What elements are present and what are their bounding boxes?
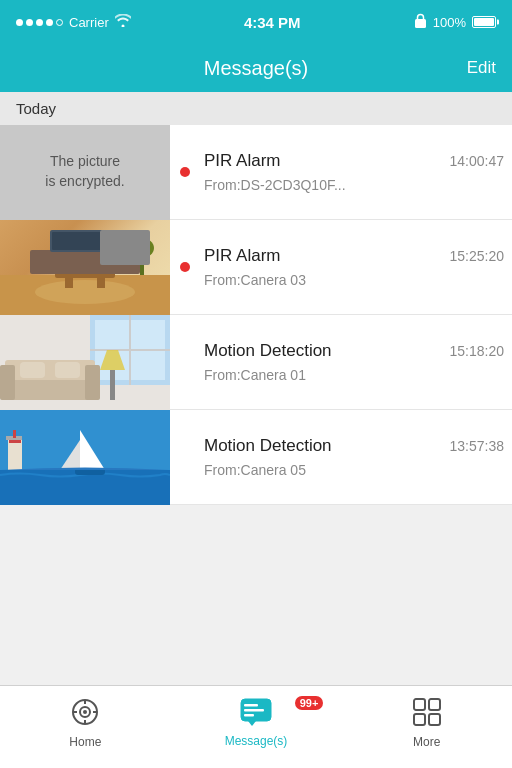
signal-dot-2 [26,19,33,26]
nav-bar: Message(s) Edit [0,44,512,92]
signal-dots [16,19,63,26]
message-source: From:Canera 05 [204,462,504,478]
message-header: Motion Detection 15:18:20 [204,341,504,361]
svg-rect-29 [8,440,22,470]
svg-rect-9 [140,250,144,275]
thumbnail-encrypted: The pictureis encrypted. [0,125,170,220]
message-time: 15:25:20 [450,248,505,264]
battery-fill [474,18,494,26]
svg-rect-21 [20,362,45,378]
encrypted-label: The pictureis encrypted. [0,125,170,220]
thumbnail-living [0,220,170,315]
home-camera-icon [70,697,100,731]
svg-rect-50 [429,699,440,710]
status-left: Carrier [16,14,131,30]
tab-more[interactable]: More [341,697,512,757]
thumbnail-indoor [0,315,170,410]
table-row[interactable]: Motion Detection 13:57:38 From:Canera 05 [0,410,512,505]
table-row[interactable]: The pictureis encrypted. PIR Alarm 14:00… [0,125,512,220]
signal-dot-3 [36,19,43,26]
svg-rect-25 [110,370,115,400]
svg-rect-8 [52,232,118,250]
svg-rect-5 [97,278,105,288]
svg-point-2 [35,280,135,304]
message-type: Motion Detection [204,341,332,361]
table-row[interactable]: PIR Alarm 15:25:20 From:Canera 03 [0,220,512,315]
svg-rect-32 [13,430,16,438]
page-title: Message(s) [204,57,308,80]
section-header: Today [0,92,512,125]
tab-bar: Home 99+ Message(s) More [0,685,512,768]
carrier-label: Carrier [69,15,109,30]
tab-messages-label: Message(s) [225,734,288,748]
thumb-image [0,220,170,315]
message-content: Motion Detection 15:18:20 From:Canera 01 [200,341,512,383]
svg-point-11 [130,237,146,251]
svg-rect-20 [85,365,100,400]
signal-dot-1 [16,19,23,26]
lock-icon [414,13,427,31]
empty-area [0,505,512,688]
svg-rect-19 [0,365,15,400]
signal-dot-4 [46,19,53,26]
table-row[interactable]: Motion Detection 15:18:20 From:Canera 01 [0,315,512,410]
tab-messages[interactable]: 99+ Message(s) [171,698,342,756]
message-time: 14:00:47 [450,153,505,169]
svg-rect-47 [244,714,254,717]
unread-dot [180,167,190,177]
message-content: PIR Alarm 14:00:47 From:DS-2CD3Q10F... [200,151,512,193]
message-header: Motion Detection 13:57:38 [204,436,504,456]
status-time: 4:34 PM [244,14,301,31]
section-header-label: Today [16,100,56,117]
svg-rect-0 [415,19,426,28]
svg-point-10 [130,238,154,258]
svg-rect-51 [414,714,425,725]
unread-dot [180,262,190,272]
thumbnail-sailing [0,410,170,505]
tab-home[interactable]: Home [0,697,171,757]
svg-rect-49 [414,699,425,710]
message-source: From:Canera 01 [204,367,504,383]
svg-rect-46 [244,709,264,712]
message-time: 15:18:20 [450,343,505,359]
message-header: PIR Alarm 15:25:20 [204,246,504,266]
message-badge: 99+ [295,696,324,710]
battery-icon [472,16,496,28]
tab-more-label: More [413,735,440,749]
battery-percent: 100% [433,15,466,30]
svg-rect-52 [429,714,440,725]
message-time: 13:57:38 [450,438,505,454]
message-type: PIR Alarm [204,151,281,171]
status-bar: Carrier 4:34 PM 100% [0,0,512,44]
edit-button[interactable]: Edit [467,58,496,78]
svg-rect-22 [55,362,80,378]
status-right: 100% [414,13,496,31]
svg-rect-6 [30,250,140,274]
tab-home-label: Home [69,735,101,749]
message-source: From:DS-2CD3Q10F... [204,177,504,193]
svg-rect-18 [5,360,95,380]
wifi-icon [115,14,131,30]
signal-dot-5 [56,19,63,26]
messages-icon [240,698,272,730]
message-type: PIR Alarm [204,246,281,266]
svg-rect-45 [244,704,258,707]
more-grid-icon [412,697,442,731]
svg-point-38 [83,710,87,714]
message-type: Motion Detection [204,436,332,456]
message-source: From:Canera 03 [204,272,504,288]
svg-rect-4 [65,278,73,288]
svg-marker-48 [248,721,256,726]
message-list: The pictureis encrypted. PIR Alarm 14:00… [0,125,512,505]
message-header: PIR Alarm 14:00:47 [204,151,504,171]
message-content: PIR Alarm 15:25:20 From:Canera 03 [200,246,512,288]
message-content: Motion Detection 13:57:38 From:Canera 05 [200,436,512,478]
